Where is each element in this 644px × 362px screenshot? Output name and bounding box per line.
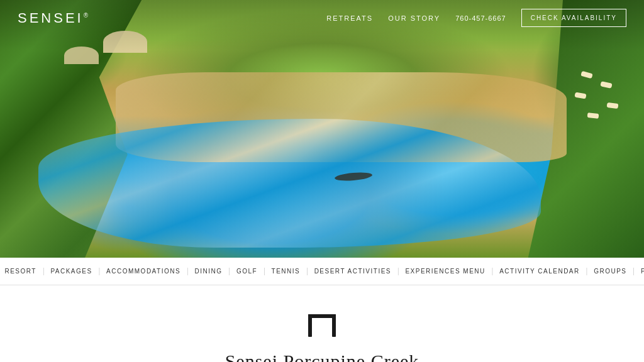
top-navigation: SENSEI® RETREATS OUR STORY 760-457-6667 … bbox=[0, 0, 644, 36]
sub-nav-activity-calendar[interactable]: ACTIVITY CALENDAR bbox=[493, 268, 586, 275]
check-availability-button[interactable]: CHECK AVAILABILITY bbox=[521, 9, 626, 27]
sub-nav-accommodations[interactable]: ACCOMMODATIONS bbox=[100, 268, 187, 275]
nav-retreats[interactable]: RETREATS bbox=[326, 14, 373, 22]
sensei-logo-mark bbox=[306, 310, 338, 343]
sub-nav-desert-activities[interactable]: DESERT ACTIVITIES bbox=[308, 268, 397, 275]
sub-nav-groups[interactable]: GROUPS bbox=[587, 268, 633, 275]
content-area: Sensei Porcupine Creek bbox=[0, 285, 644, 362]
sub-nav-experiences-menu[interactable]: EXPERIENCES MENU bbox=[399, 268, 491, 275]
hero-section: SENSEI® RETREATS OUR STORY 760-457-6667 … bbox=[0, 0, 644, 258]
sub-nav-packages[interactable]: PACKAGES bbox=[44, 268, 98, 275]
sub-navigation: PORCUPINE CREEK | RESORT | PACKAGES | AC… bbox=[0, 258, 644, 285]
logo[interactable]: SENSEI® bbox=[18, 10, 91, 26]
sub-nav-golf[interactable]: GOLF bbox=[230, 268, 264, 275]
svg-rect-2 bbox=[308, 314, 336, 318]
nav-right-group: RETREATS OUR STORY 760-457-6667 CHECK AV… bbox=[326, 9, 626, 27]
sub-nav-resort[interactable]: RESORT bbox=[0, 268, 43, 275]
sub-nav-tennis[interactable]: TENNIS bbox=[265, 268, 307, 275]
nav-our-story[interactable]: OUR STORY bbox=[388, 14, 440, 22]
sub-nav-dining[interactable]: DINING bbox=[189, 268, 229, 275]
nav-phone[interactable]: 760-457-6667 bbox=[455, 14, 506, 22]
property-title: Sensei Porcupine Creek bbox=[225, 351, 419, 362]
sub-nav-press[interactable]: PRESS bbox=[635, 268, 644, 275]
